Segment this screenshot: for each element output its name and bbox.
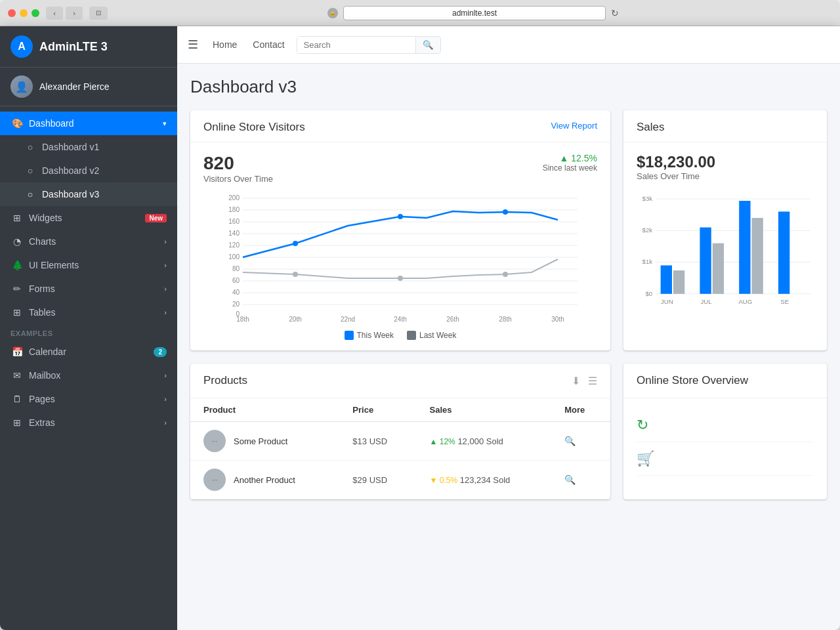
- svg-text:$3k: $3k: [642, 195, 653, 202]
- sidebar-item-extras[interactable]: ⊞ Extras ›: [0, 411, 177, 434]
- products-table: Product Price Sales More ···: [190, 398, 610, 499]
- table-row: ··· Another Product $29 USD ▼ 0.5% 123,2…: [190, 461, 610, 499]
- legend-last-week-label: Last Week: [419, 331, 456, 340]
- bar: [661, 265, 672, 293]
- search-button[interactable]: 🔍: [415, 37, 440, 53]
- sidebar-item-dashboard-v3[interactable]: ○ Dashboard v3: [0, 182, 177, 206]
- sidebar-item-label: Widgets: [29, 213, 62, 223]
- overview-card-header: Online Store Overview: [623, 364, 827, 398]
- search-input[interactable]: [297, 37, 415, 53]
- svg-text:20th: 20th: [289, 316, 301, 323]
- svg-text:SE: SE: [780, 298, 789, 305]
- legend-dot-gray: [407, 331, 416, 340]
- svg-point-33: [503, 272, 508, 277]
- circle-icon: ○: [24, 165, 37, 176]
- brand-link[interactable]: A AdminLTE 3: [0, 26, 177, 68]
- svg-text:JUL: JUL: [701, 298, 713, 305]
- sidebar-item-calendar[interactable]: 📅 Calendar 2: [0, 340, 177, 364]
- address-bar: 🔒 adminlte.test ↻: [114, 6, 832, 20]
- product-sales: ▲ 12% 12,000 Sold: [417, 422, 552, 461]
- view-report-link[interactable]: View Report: [551, 121, 597, 131]
- close-button[interactable]: [8, 9, 16, 17]
- sidebar-toggle-button[interactable]: ☰: [188, 37, 198, 52]
- chart-legend: This Week Last Week: [203, 331, 597, 340]
- maximize-button[interactable]: [32, 9, 39, 17]
- bar: [739, 201, 750, 294]
- calendar-badge: 2: [154, 347, 167, 357]
- search-form: 🔍: [297, 36, 441, 54]
- sidebar-item-label: UI Elements: [29, 260, 79, 270]
- download-icon[interactable]: ⬇: [572, 375, 580, 387]
- sidebar-item-pages[interactable]: 🗒 Pages ›: [0, 387, 177, 411]
- search-icon[interactable]: 🔍: [564, 436, 576, 446]
- sidebar-item-charts[interactable]: ◔ Charts ›: [0, 230, 177, 253]
- sidebar-item-forms[interactable]: ✏ Forms ›: [0, 277, 177, 301]
- legend-dot-blue: [345, 331, 354, 340]
- menu-icon[interactable]: ☰: [588, 375, 597, 387]
- topbar-nav: Home Contact 🔍: [206, 35, 441, 54]
- col-sales: Sales: [417, 398, 552, 422]
- sidebar-item-dashboard-v1[interactable]: ○ Dashboard v1: [0, 135, 177, 159]
- svg-text:20: 20: [232, 301, 240, 308]
- sidebar-item-mailbox[interactable]: ✉ Mailbox ›: [0, 364, 177, 387]
- app-container: A AdminLTE 3 👤 Alexander Pierce 🎨 Dashbo…: [0, 26, 840, 630]
- bar-chart-svg: $3k $2k $1k $0: [637, 189, 814, 320]
- chevron-right-icon: ›: [164, 419, 167, 427]
- products-actions: ⬇ ☰: [572, 375, 597, 387]
- svg-text:$2k: $2k: [642, 226, 653, 234]
- home-link[interactable]: Home: [206, 35, 243, 54]
- sidebar-item-label: Dashboard v2: [42, 165, 99, 176]
- sidebar-item-tables[interactable]: ⊞ Tables ›: [0, 301, 177, 324]
- reload-button[interactable]: ↻: [611, 8, 619, 18]
- url-display[interactable]: adminlte.test: [343, 6, 606, 20]
- refresh-icon[interactable]: ↻: [637, 417, 648, 434]
- product-price: $29 USD: [339, 461, 416, 499]
- reader-mode-button[interactable]: ⊡: [89, 7, 108, 20]
- search-icon[interactable]: 🔍: [564, 474, 576, 485]
- circle-icon: ○: [24, 142, 37, 152]
- svg-text:AUG: AUG: [738, 298, 752, 305]
- chevron-right-icon: ›: [164, 261, 167, 269]
- avatar: 👤: [10, 75, 33, 98]
- forward-button[interactable]: ›: [66, 7, 83, 20]
- sidebar-item-label: Dashboard v3: [42, 189, 99, 200]
- minimize-button[interactable]: [20, 9, 28, 17]
- sales-card: Sales $18,230.00 Sales Over Time $3k $2k…: [623, 110, 827, 350]
- cart-icon[interactable]: 🛒: [637, 450, 654, 467]
- visitors-label: Visitors Over Time: [203, 174, 273, 184]
- circle-icon: ○: [24, 189, 37, 200]
- back-button[interactable]: ‹: [46, 7, 63, 20]
- sidebar-item-widgets[interactable]: ⊞ Widgets New: [0, 206, 177, 230]
- sidebar-item-dashboard-v2[interactable]: ○ Dashboard v2: [0, 159, 177, 182]
- product-name: Another Product: [234, 475, 295, 485]
- section-examples-label: EXAMPLES: [0, 324, 177, 340]
- contact-link[interactable]: Contact: [246, 35, 291, 54]
- user-panel: 👤 Alexander Pierce: [0, 68, 177, 106]
- product-price: $13 USD: [339, 422, 416, 461]
- sidebar-item-dashboard[interactable]: 🎨 Dashboard ▾: [0, 112, 177, 135]
- tree-icon: 🌲: [10, 260, 24, 270]
- svg-text:140: 140: [228, 230, 240, 237]
- page-title: Dashboard v3: [190, 77, 827, 97]
- visitors-change: ▲ 12.5% Since last week: [543, 153, 597, 173]
- svg-text:$1k: $1k: [642, 258, 653, 265]
- svg-text:JUN: JUN: [661, 298, 673, 305]
- table-header-row: Product Price Sales More: [190, 398, 610, 422]
- sales-card-title: Sales: [637, 121, 665, 134]
- content-area: ☰ Home Contact 🔍 Dashboard v3 Online Sto…: [177, 26, 840, 630]
- sidebar-item-label: Extras: [29, 417, 55, 428]
- table-row: ··· Some Product $13 USD ▲ 12% 12,000 So…: [190, 422, 610, 461]
- dashboard-icon: 🎨: [10, 118, 24, 129]
- svg-text:24th: 24th: [394, 316, 406, 323]
- mailbox-icon: ✉: [10, 370, 24, 381]
- bar: [700, 228, 711, 294]
- brand-icon: A: [10, 35, 33, 58]
- sidebar-item-label: Pages: [29, 394, 55, 404]
- change-percentage: ▲ 12.5%: [543, 153, 597, 163]
- extras-icon: ⊞: [10, 417, 24, 428]
- svg-text:80: 80: [232, 265, 240, 272]
- legend-this-week: This Week: [345, 331, 394, 340]
- nav-sidebar: 🎨 Dashboard ▾ ○ Dashboard v1 ○ Dashboard…: [0, 106, 177, 630]
- sidebar-item-ui-elements[interactable]: 🌲 UI Elements ›: [0, 253, 177, 277]
- change-pct: ▼ 0.5%: [430, 476, 458, 485]
